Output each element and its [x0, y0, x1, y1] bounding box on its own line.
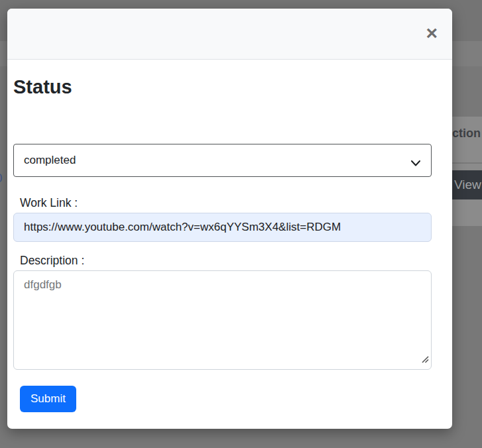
submit-button[interactable]: Submit: [20, 386, 76, 412]
modal-title: Status: [13, 76, 432, 99]
work-link-label: Work Link :: [20, 196, 432, 210]
description-wrapper: [13, 270, 432, 370]
description-label: Description :: [20, 254, 432, 268]
background-table-header-divider: [450, 162, 482, 164]
close-icon[interactable]: ×: [426, 23, 438, 43]
modal-body: Status completed Work Link : Description…: [7, 76, 452, 412]
status-modal: × Status completed Work Link : Descripti…: [7, 9, 452, 429]
view-button-label: View: [454, 178, 481, 192]
work-link-input[interactable]: [13, 213, 432, 242]
background-action-column-header: ction: [452, 127, 481, 140]
description-textarea[interactable]: [13, 270, 432, 370]
status-select-wrapper: completed: [13, 144, 432, 177]
modal-header: ×: [7, 9, 452, 60]
status-select[interactable]: completed: [13, 144, 432, 177]
background-row-id: 0: [0, 171, 3, 186]
